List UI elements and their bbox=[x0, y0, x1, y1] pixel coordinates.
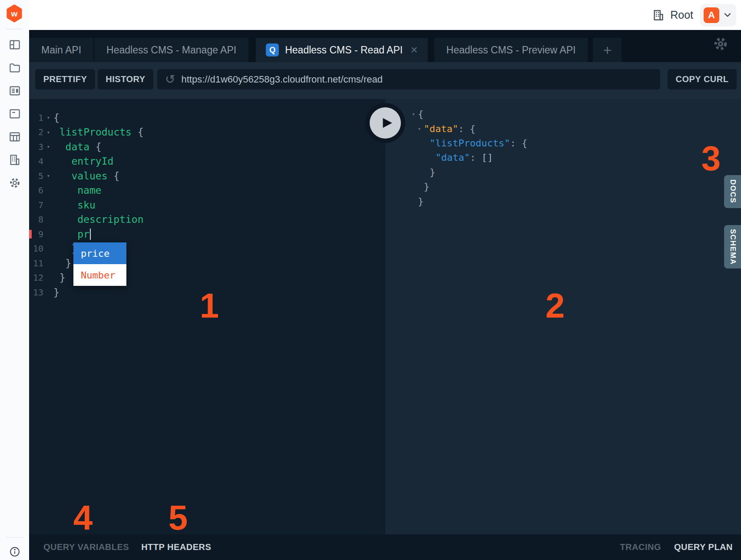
request-toolbar: PRETTIFY HISTORY ↺ https://d1w60y56258g3… bbox=[29, 62, 741, 99]
token: } bbox=[66, 258, 72, 269]
query-line: 9pr bbox=[29, 227, 385, 242]
line-number: 1 bbox=[29, 113, 43, 123]
response-line: } bbox=[385, 194, 741, 208]
folder-icon[interactable] bbox=[0, 56, 29, 79]
line-number: 3 bbox=[29, 142, 43, 152]
token: } bbox=[430, 167, 435, 178]
token: sku bbox=[77, 199, 96, 211]
code-text: entryId bbox=[53, 156, 113, 167]
response-json: ▾{▾"data": {"listProducts": {"data": []}… bbox=[385, 99, 741, 209]
token: entryId bbox=[71, 156, 113, 167]
user-menu[interactable]: A bbox=[700, 4, 736, 27]
token: "listProducts" bbox=[430, 138, 510, 149]
app-sidebar: w bbox=[0, 0, 30, 560]
tab-headless-cms-preview-api[interactable]: Headless CMS - Preview API bbox=[434, 38, 588, 62]
tab-headless-cms-manage-api[interactable]: Headless CMS - Manage API bbox=[94, 38, 248, 62]
response-line: ▾{ bbox=[385, 107, 741, 121]
line-number: 10 bbox=[29, 243, 43, 254]
token: "data" bbox=[436, 152, 470, 163]
fold-arrow-icon[interactable]: ▾ bbox=[418, 126, 424, 132]
code-text: description bbox=[53, 214, 144, 225]
tab-label: Headless CMS - Preview API bbox=[447, 44, 576, 56]
graphql-playground-app: w Root A Main APIHeadless CMS - Manage A… bbox=[0, 0, 741, 560]
bottom-tab-query-variables[interactable]: QUERY VARIABLES bbox=[43, 542, 129, 552]
form-icon[interactable] bbox=[0, 102, 29, 125]
avatar[interactable]: A bbox=[704, 7, 719, 23]
annotation-number-2: 2 bbox=[546, 286, 565, 326]
copy-curl-button[interactable]: COPY CURL bbox=[668, 69, 737, 89]
response-line: } bbox=[385, 179, 741, 194]
line-number: 4 bbox=[29, 156, 43, 166]
response-line: "data": [] bbox=[385, 150, 741, 165]
token: data bbox=[66, 141, 96, 152]
token: [] bbox=[481, 152, 493, 163]
table-icon[interactable] bbox=[0, 125, 29, 148]
query-line: 4entryId bbox=[29, 154, 385, 169]
tenant-icon[interactable] bbox=[0, 148, 29, 171]
fold-arrow-icon[interactable]: ▾ bbox=[412, 111, 418, 117]
sidebar-icon-menu bbox=[0, 33, 29, 194]
token: name bbox=[77, 185, 101, 196]
fold-arrow-icon[interactable]: ▾ bbox=[43, 172, 53, 179]
execute-query-button[interactable] bbox=[365, 103, 405, 143]
docs-side-tab[interactable]: DOCS bbox=[724, 175, 741, 208]
annotation-number-5: 5 bbox=[169, 498, 188, 538]
query-line: 8description bbox=[29, 212, 385, 227]
sidebar-bottom-divider bbox=[5, 537, 23, 538]
info-icon[interactable] bbox=[0, 543, 29, 560]
token: { bbox=[418, 109, 423, 119]
line-number: 5 bbox=[29, 171, 43, 181]
token: "data" bbox=[424, 123, 458, 134]
bottom-tab-query-plan[interactable]: QUERY PLAN bbox=[674, 542, 733, 552]
chevron-down-icon bbox=[724, 13, 731, 18]
token: { bbox=[96, 141, 102, 152]
code-text: pr bbox=[53, 229, 91, 240]
layout-icon[interactable] bbox=[0, 33, 29, 56]
token: : { bbox=[458, 123, 476, 134]
line-number: 2 bbox=[29, 127, 43, 137]
fold-arrow-icon[interactable]: ▾ bbox=[43, 129, 53, 136]
query-line: 2▾listProducts { bbox=[29, 125, 385, 140]
webiny-logo-icon: w bbox=[6, 4, 23, 23]
tenant-name: Root bbox=[670, 9, 693, 21]
code-text: values { bbox=[53, 170, 119, 182]
bottom-tab-http-headers[interactable]: HTTP HEADERS bbox=[141, 542, 211, 552]
response-line: "listProducts": { bbox=[385, 136, 741, 150]
settings-gear-icon[interactable] bbox=[712, 36, 729, 54]
autocomplete-popup: priceNumber bbox=[73, 242, 126, 286]
schema-side-tab[interactable]: SCHEMA bbox=[724, 225, 741, 268]
code-text: } bbox=[53, 272, 66, 283]
bottom-bar: QUERY VARIABLESHTTP HEADERS TRACINGQUERY… bbox=[29, 534, 741, 560]
code-text: listProducts { bbox=[53, 126, 144, 138]
endpoint-url: https://d1w60y56258g3.cloudfront.net/cms… bbox=[181, 74, 383, 85]
token: { bbox=[138, 126, 144, 138]
prettify-button[interactable]: PRETTIFY bbox=[35, 69, 95, 89]
fold-arrow-icon[interactable]: ▾ bbox=[43, 114, 53, 121]
tab-main-api[interactable]: Main API bbox=[29, 38, 93, 62]
text-cursor bbox=[90, 229, 91, 240]
code-text: } bbox=[53, 287, 60, 298]
building-icon bbox=[652, 9, 665, 22]
tab-label: Main API bbox=[41, 44, 81, 56]
fold-arrow-icon[interactable]: ▾ bbox=[43, 143, 53, 150]
token: { bbox=[113, 170, 119, 182]
response-line: ▾"data": { bbox=[385, 121, 741, 136]
tab-headless-cms-read-api[interactable]: QHeadless CMS - Read API× bbox=[256, 38, 427, 62]
settings-icon[interactable] bbox=[0, 171, 29, 194]
add-tab-button[interactable]: + bbox=[593, 38, 622, 62]
history-button[interactable]: HISTORY bbox=[98, 69, 153, 89]
line-number: 12 bbox=[29, 272, 43, 283]
autocomplete-item-number[interactable]: Number bbox=[73, 264, 126, 286]
token: : { bbox=[510, 138, 527, 149]
sidebar-divider bbox=[6, 29, 23, 30]
line-number: 8 bbox=[29, 214, 43, 225]
svg-text:w: w bbox=[11, 9, 18, 18]
close-icon[interactable]: × bbox=[410, 44, 417, 56]
bottom-tab-tracing[interactable]: TRACING bbox=[620, 542, 661, 552]
token: } bbox=[53, 287, 60, 298]
autocomplete-item-price[interactable]: price bbox=[73, 242, 126, 264]
endpoint-url-input[interactable]: ↺ https://d1w60y56258g3.cloudfront.net/c… bbox=[157, 69, 660, 89]
page-builder-icon[interactable] bbox=[0, 79, 29, 102]
query-badge-icon: Q bbox=[266, 43, 279, 56]
top-header: Root A bbox=[29, 0, 741, 30]
